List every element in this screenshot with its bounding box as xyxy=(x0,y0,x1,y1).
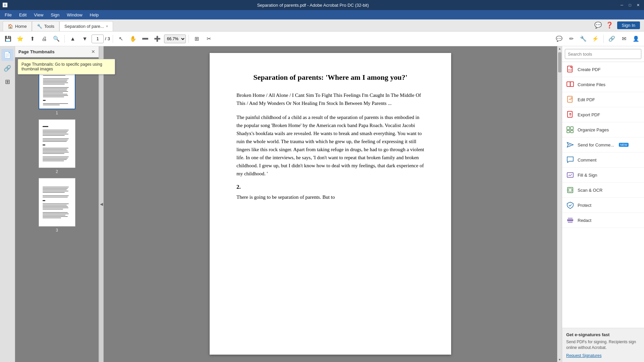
tool-redact[interactable]: Redact xyxy=(562,213,644,228)
tool-protect[interactable]: Protect xyxy=(562,198,644,213)
menu-edit[interactable]: Edit xyxy=(16,11,30,19)
pdf-para3: There is going to be separation of paren… xyxy=(236,193,424,201)
menu-help[interactable]: Help xyxy=(87,11,102,19)
tool-send-for-comment[interactable]: Send for Comme... NEW xyxy=(562,137,644,153)
svg-text:PDF: PDF xyxy=(568,69,572,71)
prev-page-button[interactable]: ▲ xyxy=(67,34,78,44)
menu-bar: File Edit View Sign Window Help xyxy=(0,10,644,19)
minimize-button[interactable]: ─ xyxy=(619,2,625,8)
find-button[interactable]: 🔍 xyxy=(51,34,62,44)
thumbnail-page-2[interactable]: 2 xyxy=(39,119,75,174)
tools-btn-2[interactable]: 🔧 xyxy=(578,34,589,44)
esignature-promo: Get e-signatures fast Send PDFs for sign… xyxy=(562,328,644,362)
close-button[interactable]: ✕ xyxy=(635,2,641,8)
tool-export-pdf[interactable]: Export PDF xyxy=(562,107,644,122)
action-button[interactable]: ⚡ xyxy=(590,34,601,44)
email-button[interactable]: ✉ xyxy=(619,34,629,44)
svg-rect-2 xyxy=(567,82,570,86)
bookmark-button[interactable]: ⭐ xyxy=(15,34,25,44)
annotate-button[interactable]: ✏ xyxy=(566,34,577,44)
tool-comment[interactable]: Comment xyxy=(562,153,644,168)
print-button[interactable]: 🖨 xyxy=(39,34,50,44)
fill-sign-label: Fill & Sign xyxy=(578,173,597,178)
sign-in-button[interactable]: Sign In xyxy=(617,21,640,29)
page-number-input[interactable]: 1 xyxy=(92,35,104,43)
pdf-viewer[interactable]: Separation of parents: 'Where am I among… xyxy=(104,46,557,362)
window-controls: ─ □ ✕ xyxy=(619,2,641,8)
tool-scan-ocr[interactable]: Scan & OCR xyxy=(562,183,644,198)
panel-collapse-handle[interactable]: ◀ xyxy=(99,46,104,362)
zoom-out-button[interactable]: ➖ xyxy=(140,34,151,44)
scroll-thumb[interactable] xyxy=(558,52,561,72)
promo-title: Get e-signatures fast xyxy=(566,332,640,337)
search-tools-input[interactable] xyxy=(565,49,641,59)
menu-sign[interactable]: Sign xyxy=(47,11,63,19)
chat-icon[interactable]: 💬 xyxy=(594,21,602,29)
redact-icon xyxy=(566,216,574,224)
svg-rect-5 xyxy=(568,96,572,102)
page-total: 3 xyxy=(108,36,110,41)
separator-1 xyxy=(64,35,65,43)
next-page-button[interactable]: ▼ xyxy=(79,34,90,44)
tab-home[interactable]: 🏠 Home xyxy=(3,21,32,31)
marquee-tool-button[interactable]: ⊞ xyxy=(192,34,202,44)
edit-pdf-icon xyxy=(566,96,574,104)
sidebar-layers-button[interactable]: ⊞ xyxy=(1,76,13,88)
organize-pages-icon xyxy=(566,126,574,134)
scan-ocr-label: Scan & OCR xyxy=(578,188,602,193)
menu-file[interactable]: File xyxy=(1,11,15,19)
tool-create-pdf[interactable]: PDF Create PDF xyxy=(562,62,644,77)
crop-tool-button[interactable]: ✂ xyxy=(204,34,214,44)
tab-close-button[interactable]: × xyxy=(106,24,108,28)
svg-rect-10 xyxy=(571,127,573,130)
share-link-button[interactable]: 🔗 xyxy=(606,34,617,44)
hand-tool-button[interactable]: ✋ xyxy=(128,34,139,44)
redact-label: Redact xyxy=(578,218,591,223)
menu-view[interactable]: View xyxy=(31,11,47,19)
vertical-scrollbar[interactable]: ▲ ▼ xyxy=(557,46,562,362)
tab-document[interactable]: Separation of pare... × xyxy=(59,21,113,31)
pdf-title: Separation of parents: 'Where am I among… xyxy=(236,73,424,82)
page-separator: / xyxy=(105,36,106,41)
svg-rect-18 xyxy=(567,219,573,221)
zoom-select[interactable]: 66.7% 50% 75% 100% 125% 150% xyxy=(164,35,186,43)
left-sidebar: 📄 🔗 ⊞ xyxy=(0,46,15,362)
comment-toolbar-button[interactable]: 💬 xyxy=(554,34,565,44)
svg-rect-12 xyxy=(571,130,573,133)
select-tool-button[interactable]: ↖ xyxy=(116,34,126,44)
title-bar: 🅰 Separation of parents.pdf - Adobe Acro… xyxy=(0,0,644,10)
tool-combine-files[interactable]: Combine Files xyxy=(562,77,644,92)
svg-rect-7 xyxy=(568,111,572,117)
scroll-down-arrow[interactable]: ▼ xyxy=(557,357,562,362)
svg-point-6 xyxy=(571,98,572,99)
panel-close-button[interactable]: ✕ xyxy=(91,49,95,54)
tool-organize-pages[interactable]: Organize Pages xyxy=(562,122,644,137)
tool-edit-pdf[interactable]: Edit PDF xyxy=(562,92,644,107)
pdf-para1: Broken Home / All Alone / I Cant Sim To … xyxy=(236,91,424,107)
tab-tools[interactable]: 🔧 Tools xyxy=(32,21,59,31)
sidebar-bookmarks-button[interactable]: 🔗 xyxy=(1,62,13,74)
zoom-in-button[interactable]: ➕ xyxy=(152,34,163,44)
scroll-up-arrow[interactable]: ▲ xyxy=(557,46,562,51)
page-thumbnails-panel: Page Thumbnails ✕ Page Thumbnails: Go to… xyxy=(15,46,99,362)
menu-window[interactable]: Window xyxy=(63,11,86,19)
save-button[interactable]: 💾 xyxy=(3,34,13,44)
thumbnail-page-3[interactable]: 3 xyxy=(39,178,75,233)
sidebar-thumbnails-button[interactable]: 📄 xyxy=(1,49,13,61)
account-button[interactable]: 👤 xyxy=(631,34,641,44)
thumbnail-page-num-1: 1 xyxy=(56,111,58,115)
upload-button[interactable]: ⬆ xyxy=(27,34,38,44)
maximize-button[interactable]: □ xyxy=(627,2,633,8)
tool-fill-sign[interactable]: Fill & Sign xyxy=(562,168,644,183)
request-signatures-link[interactable]: Request Signatures xyxy=(566,353,601,358)
main-area: 📄 🔗 ⊞ Page Thumbnails ✕ Page Thumbnails:… xyxy=(0,46,644,362)
right-tools-panel: PDF Create PDF Combine Files xyxy=(562,46,644,362)
svg-rect-9 xyxy=(567,127,570,130)
send-for-comment-icon xyxy=(566,141,574,149)
comment-icon xyxy=(566,156,574,164)
help-icon[interactable]: ❓ xyxy=(606,21,613,29)
svg-rect-3 xyxy=(570,82,574,86)
thumbnail-page-num-2: 2 xyxy=(56,169,58,174)
export-pdf-label: Export PDF xyxy=(578,112,600,117)
tools-list: PDF Create PDF Combine Files xyxy=(562,62,644,328)
